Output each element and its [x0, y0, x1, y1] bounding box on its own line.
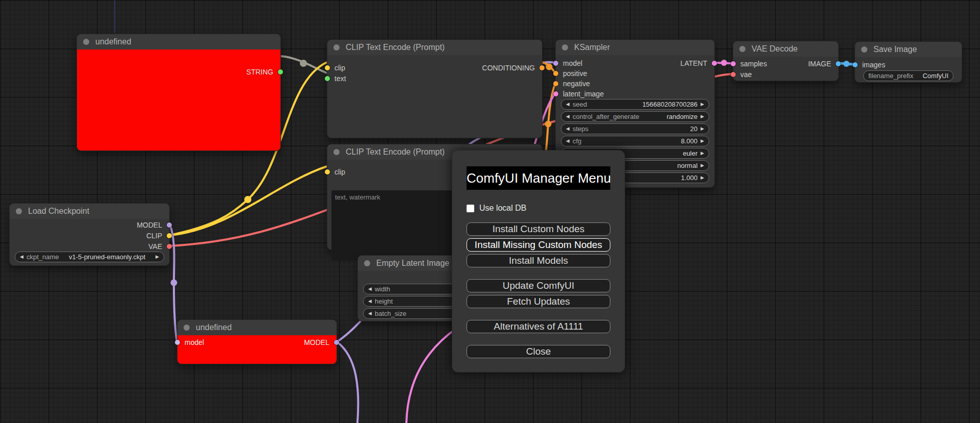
slot-dot-latent[interactable] [712, 61, 717, 66]
fetch-updates-button[interactable]: Fetch Updates [467, 295, 610, 308]
output-slot-latent[interactable]: LATENT [680, 58, 707, 68]
slot-dot-latent-image[interactable] [553, 91, 558, 96]
output-slot-string[interactable]: STRING [246, 67, 273, 77]
install-models-button[interactable]: Install Models [467, 254, 610, 267]
use-local-db-checkbox[interactable] [467, 205, 474, 212]
use-local-db-label: Use local DB [479, 204, 526, 213]
slot-dot-images[interactable] [853, 62, 858, 67]
node-title: VAE Decode [752, 44, 797, 53]
widget-right-arrow-icon[interactable]: ▶ [701, 99, 704, 110]
node-undefined-bottom[interactable]: undefined model MODEL [177, 319, 337, 364]
widget-right-arrow-icon[interactable]: ▶ [701, 123, 704, 134]
slot-dot-model[interactable] [167, 222, 172, 228]
slot-dot-text[interactable] [325, 76, 330, 81]
widget-left-arrow-icon[interactable]: ◀ [368, 296, 372, 307]
widget-right-arrow-icon[interactable]: ▶ [701, 136, 704, 146]
widget-left-arrow-icon[interactable]: ◀ [368, 308, 372, 319]
widget-left-arrow-icon[interactable]: ◀ [566, 123, 570, 134]
input-slot-clip[interactable]: clip [334, 167, 345, 177]
slot-dot-clip[interactable] [325, 169, 330, 175]
slot-dot-string[interactable] [278, 69, 283, 74]
widget-left-arrow-icon[interactable]: ◀ [368, 284, 372, 294]
slot-dot-vae[interactable] [731, 72, 736, 77]
node-title: undefined [196, 323, 231, 332]
node-title-bar[interactable]: KSampler [556, 40, 714, 55]
node-load-checkpoint[interactable]: Load Checkpoint MODEL CLIP VAE ◀ ckpt_na… [9, 203, 170, 266]
node-title: undefined [95, 37, 131, 46]
input-slot-latent-image[interactable]: latent_image [563, 89, 604, 99]
input-slot-positive[interactable]: positive [563, 68, 587, 79]
node-status-dot [83, 39, 89, 45]
widget-right-arrow-icon[interactable]: ▶ [701, 111, 704, 122]
slot-dot-samples[interactable] [731, 61, 736, 66]
node-clip-text-encode-1[interactable]: CLIP Text Encode (Prompt) clip text COND… [327, 39, 543, 138]
node-status-dot [184, 325, 190, 331]
output-slot-model[interactable]: MODEL [137, 220, 162, 230]
node-title-bar[interactable]: Save Image [855, 42, 962, 57]
node-title-bar[interactable]: CLIP Text Encode (Prompt) [327, 40, 542, 55]
input-slot-images[interactable]: images [862, 60, 885, 70]
node-save-image[interactable]: Save Image images filename_prefix ComfyU… [855, 41, 962, 83]
widget-ckpt-name[interactable]: ◀ ckpt_name v1-5-pruned-emaonly.ckpt ▶ [15, 252, 164, 262]
node-undefined-top[interactable]: undefined STRING [76, 34, 281, 151]
widget-right-arrow-icon[interactable]: ▶ [701, 160, 704, 171]
comfyui-manager-dialog: ComfyUI Manager Menu Use local DB Instal… [452, 150, 625, 372]
node-title-bar[interactable]: VAE Decode [733, 41, 838, 57]
output-slot-image[interactable]: IMAGE [808, 59, 831, 69]
widget-steps[interactable]: ◀ steps 20 ▶ [561, 123, 709, 134]
node-status-dot [861, 46, 867, 53]
node-canvas[interactable]: { "app_title": "ComfyUI", "icons": { "wi… [0, 0, 980, 423]
slot-dot-conditioning[interactable] [539, 65, 545, 70]
output-slot-conditioning[interactable]: CONDITIONING [482, 63, 535, 73]
node-title: Save Image [873, 45, 917, 54]
slot-dot-model-in[interactable] [175, 340, 180, 345]
output-slot-vae[interactable]: VAE [148, 241, 162, 252]
node-status-dot [333, 44, 340, 51]
slot-dot-clip[interactable] [325, 65, 330, 70]
dialog-title: ComfyUI Manager Menu [467, 166, 610, 190]
slot-dot-model[interactable] [553, 61, 558, 66]
input-slot-model[interactable]: model [185, 337, 204, 347]
widget-cfg[interactable]: ◀ cfg 8.000 ▶ [561, 136, 709, 146]
slot-dot-vae[interactable] [167, 244, 172, 249]
input-slot-vae[interactable]: vae [740, 69, 752, 80]
slot-dot-clip[interactable] [167, 233, 172, 238]
slot-dot-positive[interactable] [553, 71, 558, 76]
node-title-bar[interactable]: Load Checkpoint [10, 204, 169, 219]
alternatives-of-a1111-button[interactable]: Alternatives of A1111 [467, 320, 610, 333]
node-title: CLIP Text Encode (Prompt) [346, 147, 445, 156]
widget-left-arrow-icon[interactable]: ◀ [566, 136, 570, 146]
widget-seed[interactable]: ◀ seed 156680208700286 ▶ [561, 99, 709, 110]
input-slot-model[interactable]: model [563, 58, 582, 68]
update-comfyui-button[interactable]: Update ComfyUI [467, 279, 610, 292]
widget-right-arrow-icon[interactable]: ▶ [156, 252, 159, 262]
widget-filename-prefix[interactable]: filename_prefix ComfyUI [863, 70, 953, 81]
node-title: Load Checkpoint [28, 207, 89, 215]
node-status-dot [364, 260, 370, 266]
install-custom-nodes-button[interactable]: Install Custom Nodes [467, 222, 610, 236]
input-slot-samples[interactable]: samples [740, 59, 767, 69]
node-title: KSampler [574, 43, 610, 52]
widget-right-arrow-icon[interactable]: ▶ [701, 148, 704, 159]
widget-control-after-generate[interactable]: ◀ control_after_generate randomize ▶ [561, 111, 709, 122]
input-slot-clip[interactable]: clip [334, 63, 345, 73]
slot-dot-negative[interactable] [553, 81, 558, 86]
node-status-dot [739, 46, 745, 52]
widget-left-arrow-icon[interactable]: ◀ [566, 111, 570, 122]
slot-dot-model-out[interactable] [334, 340, 339, 345]
node-title-bar[interactable]: undefined [77, 34, 280, 49]
close-button[interactable]: Close [467, 345, 610, 358]
widget-right-arrow-icon[interactable]: ▶ [701, 172, 704, 183]
output-slot-model[interactable]: MODEL [304, 337, 329, 347]
node-status-dot [333, 149, 340, 155]
slot-dot-image[interactable] [836, 61, 841, 66]
input-slot-negative[interactable]: negative [563, 79, 590, 89]
widget-left-arrow-icon[interactable]: ◀ [20, 252, 23, 262]
node-vae-decode[interactable]: VAE Decode samples vae IMAGE [733, 41, 839, 81]
input-slot-text[interactable]: text [334, 73, 346, 84]
widget-left-arrow-icon[interactable]: ◀ [566, 99, 570, 110]
install-missing-custom-nodes-button[interactable]: Install Missing Custom Nodes [467, 238, 610, 252]
node-title-bar[interactable]: undefined [177, 320, 337, 335]
output-slot-clip[interactable]: CLIP [146, 231, 162, 241]
node-status-dot [16, 208, 22, 214]
